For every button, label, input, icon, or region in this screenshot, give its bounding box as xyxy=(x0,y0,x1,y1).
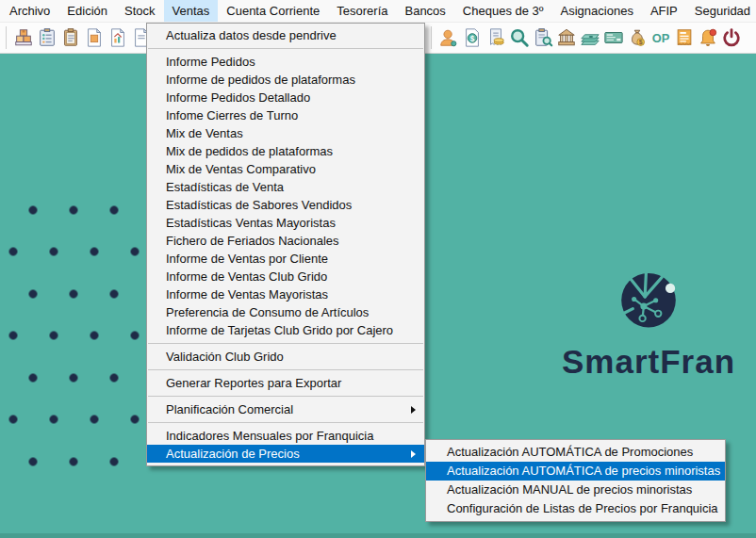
packages-icon[interactable] xyxy=(11,24,35,51)
toolbar-left-group xyxy=(4,23,153,53)
menu-item-informe-de-tarjetas-club-grido-por-cajero[interactable]: Informe de Tarjetas Club Grido por Cajer… xyxy=(147,321,424,339)
smartfran-window: ArchivoEdiciónStockVentasCuenta Corrient… xyxy=(0,0,756,538)
menu-item-planificacion-comercial[interactable]: Planificación Comercial xyxy=(147,400,424,418)
menu-item-informe-de-pedidos-de-plataformas[interactable]: Informe de pedidos de plataformas xyxy=(147,71,424,89)
menubar-item-asignaciones[interactable]: Asignaciones xyxy=(552,0,642,22)
toolbar-right-group: $$OP xyxy=(429,23,743,53)
menu-item-infome-cierres-de-turno[interactable]: Infome Cierres de Turno xyxy=(147,106,424,124)
menu-separator xyxy=(148,48,423,49)
menubar-item-seguridad[interactable]: Seguridad xyxy=(686,0,756,22)
chart-document-icon[interactable] xyxy=(106,24,129,51)
menu-item-label: Fichero de Feriados Nacionales xyxy=(166,234,339,248)
submenu-item-actualizacion-automatica-de-promociones[interactable]: Actualización AUTOMÁTICA de Promociones xyxy=(426,443,725,462)
menubar-item-edicion[interactable]: Edición xyxy=(58,0,116,22)
search-icon[interactable] xyxy=(507,24,531,51)
menubar-item-stock[interactable]: Stock xyxy=(116,0,164,22)
menu-item-label: Informe Pedidos xyxy=(166,55,255,69)
receipt-coins-icon[interactable] xyxy=(484,24,507,51)
cheque-icon[interactable] xyxy=(601,24,625,51)
menu-item-label: Informe de pedidos de plataformas xyxy=(166,73,355,87)
menubar-item-cuenta-corriente[interactable]: Cuenta Corriente xyxy=(218,0,328,22)
menu-item-fichero-de-feriados-nacionales[interactable]: Fichero de Feriados Nacionales xyxy=(147,232,424,250)
svg-text:$: $ xyxy=(638,39,642,46)
menu-separator xyxy=(148,422,423,423)
menu-item-label: Actualización MANUAL de precios minorist… xyxy=(447,482,692,497)
power-icon[interactable] xyxy=(719,24,743,51)
submenu-arrow-icon xyxy=(411,406,416,414)
menubar-item-bancos[interactable]: Bancos xyxy=(396,0,453,22)
menu-item-estadisticas-de-sabores-vendidos[interactable]: Estadísticas de Sabores Vendidos xyxy=(147,196,424,214)
submenu-arrow-icon xyxy=(411,450,416,458)
toolbar-separator xyxy=(6,26,7,49)
toolbar-separator xyxy=(431,26,432,49)
menu-item-informe-de-ventas-mayoristas[interactable]: Informe de Ventas Mayoristas xyxy=(147,285,424,303)
menubar-item-archivo[interactable]: Archivo xyxy=(1,0,58,22)
menu-item-validacion-club-grido[interactable]: Validación Club Grido xyxy=(147,348,424,366)
menu-item-informe-de-ventas-por-cliente[interactable]: Informe de Ventas por Cliente xyxy=(147,250,424,268)
money-stack-icon[interactable] xyxy=(578,24,601,51)
toolbar-right-buttons: $$OP xyxy=(436,24,743,51)
menu-item-label: Informe de Ventas Club Grido xyxy=(166,269,327,284)
menu-item-estadisticas-de-venta[interactable]: Estadísticas de Venta xyxy=(147,178,424,196)
bank-icon[interactable] xyxy=(554,24,578,51)
dot-pattern-decoration xyxy=(0,189,143,470)
money-bag-icon[interactable]: $ xyxy=(625,24,649,51)
menubar-item-ventas[interactable]: Ventas xyxy=(164,0,219,22)
menu-item-label: Estadísticas de Venta xyxy=(166,180,284,194)
menubar: ArchivoEdiciónStockVentasCuenta Corrient… xyxy=(0,0,756,23)
op-icon[interactable]: OP xyxy=(649,24,672,51)
clipboard-search-icon[interactable] xyxy=(531,24,554,51)
menu-item-label: Informe de Ventas Mayoristas xyxy=(166,287,328,302)
menu-item-label: Estadísticas de Sabores Vendidos xyxy=(166,198,352,212)
menu-item-label: Actualización AUTOMÁTICA de Promociones xyxy=(447,445,693,459)
menu-item-estadisticas-ventas-mayoristas[interactable]: Estadísticas Ventas Mayoristas xyxy=(147,214,424,232)
actualizacion-precios-submenu: Actualización AUTOMÁTICA de PromocionesA… xyxy=(425,439,726,522)
menubar-item-tesoreria[interactable]: Tesorería xyxy=(328,0,396,22)
menu-item-informe-de-ventas-club-grido[interactable]: Informe de Ventas Club Grido xyxy=(147,268,424,285)
menu-item-label: Estadísticas Ventas Mayoristas xyxy=(166,216,336,230)
svg-text:$: $ xyxy=(469,35,474,43)
menu-item-label: Preferencia de Consumo de Artículos xyxy=(166,305,369,319)
toolbar-left-buttons xyxy=(11,24,153,51)
menu-item-label: Informe de Ventas por Cliente xyxy=(166,252,328,266)
submenu-item-actualizacion-manual-de-precios-minoristas[interactable]: Actualización MANUAL de precios minorist… xyxy=(426,481,725,499)
smartfran-logo-icon xyxy=(618,271,679,332)
menu-item-actualiza-datos-desde-pendrive[interactable]: Actualiza datos desde pendrive xyxy=(147,26,424,44)
invoice-icon[interactable] xyxy=(672,24,696,51)
menu-item-informe-pedidos[interactable]: Informe Pedidos xyxy=(147,53,424,71)
smartfran-logo: SmartFran xyxy=(550,271,748,381)
menu-item-label: Indicadores Mensuales por Franquicia xyxy=(166,429,373,443)
menu-item-label: Informe Pedidos Detallado xyxy=(166,90,310,105)
submenu-item-actualizacion-automatica-de-precios-minoristas[interactable]: Actualización AUTOMÁTICA de precios mino… xyxy=(426,462,725,481)
menu-item-label: Planificación Comercial xyxy=(166,402,293,416)
menubar-item-afip[interactable]: AFIP xyxy=(642,0,686,22)
menu-item-label: Generar Reportes para Exportar xyxy=(166,376,341,390)
menu-item-label: Configuración de Listas de Precios por F… xyxy=(447,501,718,515)
menu-item-generar-reportes-para-exportar[interactable]: Generar Reportes para Exportar xyxy=(147,374,424,392)
workspace-bottom-edge xyxy=(0,533,756,538)
menu-item-mix-de-ventas[interactable]: Mix de Ventas xyxy=(147,124,424,142)
user-icon[interactable] xyxy=(436,24,460,51)
menu-item-label: Actualización de Precios xyxy=(166,447,300,461)
menu-item-label: Mix de Ventas xyxy=(166,126,243,140)
bell-icon[interactable] xyxy=(696,24,719,51)
menu-item-actualizacion-de-precios[interactable]: Actualización de Precios xyxy=(147,445,424,463)
clipboard-icon[interactable] xyxy=(58,24,82,51)
checklist-clipboard-icon[interactable] xyxy=(35,24,58,51)
menu-item-label: Actualiza datos desde pendrive xyxy=(166,28,337,42)
menu-item-preferencia-de-consumo-de-articulos[interactable]: Preferencia de Consumo de Artículos xyxy=(147,303,424,321)
image-document-icon[interactable] xyxy=(82,24,106,51)
menubar-item-cheques-de-3[interactable]: Cheques de 3º xyxy=(454,0,552,22)
submenu-item-configuracion-de-listas-de-precios-por-franquicia[interactable]: Configuración de Listas de Precios por F… xyxy=(426,499,725,518)
menu-item-label: Infome Cierres de Turno xyxy=(166,108,298,122)
menu-item-mix-de-pedidos-de-plataformas[interactable]: Mix de pedidos de plataformas xyxy=(147,142,424,160)
menu-item-label: Actualización AUTOMÁTICA de precios mino… xyxy=(447,464,720,478)
menu-item-label: Mix de Ventas Comparativo xyxy=(166,162,316,176)
menu-item-mix-de-ventas-comparativo[interactable]: Mix de Ventas Comparativo xyxy=(147,160,424,178)
smartfran-wordmark: SmartFran xyxy=(550,343,748,381)
menu-separator xyxy=(148,343,423,344)
ventas-dropdown-menu: Actualiza datos desde pendriveInforme Pe… xyxy=(146,23,425,466)
invoice-dollar-icon[interactable]: $ xyxy=(460,24,484,51)
menu-item-indicadores-mensuales-por-franquicia[interactable]: Indicadores Mensuales por Franquicia xyxy=(147,427,424,445)
menu-item-informe-pedidos-detallado[interactable]: Informe Pedidos Detallado xyxy=(147,89,424,106)
